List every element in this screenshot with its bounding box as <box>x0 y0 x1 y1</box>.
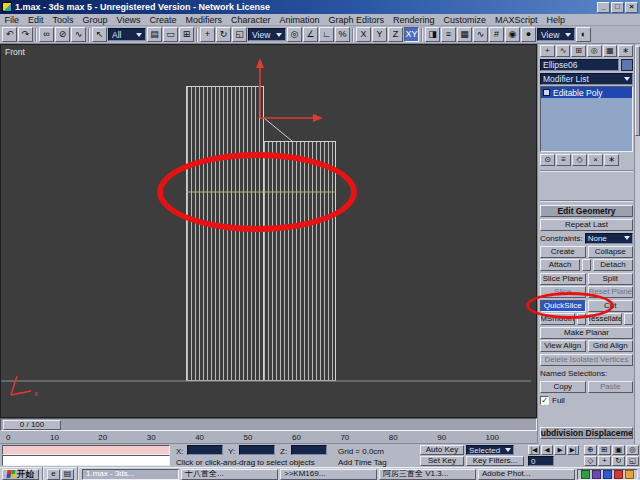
taskbar-task-button[interactable]: 阿房三首全 V1.3... <box>379 469 476 480</box>
rollout-subdivision-displacement[interactable]: Subdivision Displacemen <box>540 427 633 439</box>
field-of-view-icon[interactable]: ◇ <box>584 456 597 466</box>
select-and-link-icon[interactable]: ∞ <box>39 27 54 42</box>
viewport-front[interactable]: Front x <box>0 44 537 418</box>
split-button[interactable]: Split <box>588 273 634 285</box>
show-end-result-button[interactable]: ≡ <box>556 154 571 166</box>
snap-toggle-icon[interactable]: ∠ <box>303 27 318 42</box>
tray-blue-icon[interactable] <box>603 470 612 479</box>
select-and-scale-icon[interactable]: ◱ <box>232 27 247 42</box>
menu-item[interactable]: Modifiers <box>181 15 227 25</box>
create-tab[interactable]: + <box>540 45 555 57</box>
menu-item[interactable]: Animation <box>275 15 324 25</box>
render-view-dropdown[interactable]: View <box>537 28 575 41</box>
view-align-button[interactable]: View Align <box>540 340 586 352</box>
menu-item[interactable]: Character <box>226 15 275 25</box>
display-tab[interactable]: ▦ <box>603 45 618 57</box>
go-to-end-button[interactable]: ▶| <box>567 445 579 455</box>
quick-render-icon[interactable]: ◐ <box>576 27 591 42</box>
named-selection-sets-icon[interactable]: ▦ <box>457 27 472 42</box>
detach-button[interactable]: Detach <box>593 259 633 271</box>
set-key-button[interactable]: Set Key <box>420 456 464 466</box>
percent-snap-icon[interactable]: % <box>335 27 350 42</box>
angle-snap-icon[interactable]: ∟ <box>319 27 334 42</box>
make-planar-button[interactable]: Make Planar <box>540 327 633 339</box>
menu-item[interactable]: Tools <box>48 15 78 25</box>
timeline-ruler[interactable]: 0102030405060708090100 <box>0 431 537 444</box>
taskbar-task-button[interactable]: 十八首全... <box>181 469 278 480</box>
arc-rotate-icon[interactable]: ↻ <box>612 456 625 466</box>
x-coord-field[interactable] <box>187 445 223 455</box>
play-button[interactable]: ▶ <box>554 445 566 455</box>
redo-icon[interactable]: ↷ <box>18 27 33 42</box>
zoom-extents-all-icon[interactable]: ◎ <box>626 445 639 455</box>
remove-modifier-button[interactable]: × <box>588 154 603 166</box>
axis-z-button[interactable]: Z <box>388 27 403 42</box>
z-coord-field[interactable] <box>291 445 327 455</box>
menu-item[interactable]: Customize <box>439 15 491 25</box>
tray-red-icon[interactable] <box>614 470 623 479</box>
menu-item[interactable]: Edit <box>24 15 49 25</box>
attach-options-button[interactable] <box>582 259 591 271</box>
use-pivot-center-icon[interactable]: ◎ <box>287 27 302 42</box>
msmooth-button[interactable]: MSmooth <box>540 313 575 325</box>
object-color-swatch[interactable] <box>621 59 633 71</box>
show-desktop-icon[interactable]: ▤ <box>61 469 74 480</box>
object-name-field[interactable]: Ellipse06 <box>540 59 619 71</box>
slice-plane-button[interactable]: Slice Plane <box>540 273 586 285</box>
select-and-rotate-icon[interactable]: ↻ <box>216 27 231 42</box>
viewport-label[interactable]: Front <box>5 47 25 57</box>
utilities-tab[interactable]: ∗ <box>618 45 633 57</box>
selection-set-dropdown[interactable]: Selected <box>466 445 514 455</box>
copy-named-selection-button[interactable]: Copy <box>540 381 586 393</box>
add-time-tag[interactable]: Add Time Tag <box>338 458 387 467</box>
zoom-extents-icon[interactable]: ▣ <box>612 445 625 455</box>
tessellate-button[interactable]: Tessellate <box>588 313 623 325</box>
menu-item[interactable]: Create <box>145 15 181 25</box>
pan-icon[interactable]: + <box>598 456 611 466</box>
go-to-start-button[interactable]: |◀ <box>528 445 540 455</box>
time-slider[interactable]: 0 / 100 <box>3 420 61 430</box>
minimize-button[interactable]: _ <box>597 2 610 13</box>
menu-item[interactable]: Group <box>78 15 112 25</box>
taskbar-task-button[interactable]: Adobe Phot... <box>478 469 575 480</box>
grid-align-button[interactable]: Grid Align <box>588 340 634 352</box>
msmooth-options-button[interactable] <box>577 313 586 325</box>
axis-x-button[interactable]: X <box>356 27 371 42</box>
maxscript-macro-recorder-field[interactable] <box>2 445 170 455</box>
select-object-icon[interactable]: ↖ <box>92 27 107 42</box>
axis-xy-button[interactable]: XY <box>404 27 419 42</box>
curve-editor-icon[interactable]: ∿ <box>473 27 488 42</box>
modifier-stack[interactable]: Editable Poly <box>540 86 633 152</box>
tray-green-icon[interactable] <box>581 470 590 479</box>
tray-purple-icon[interactable] <box>592 470 601 479</box>
taskbar-task-button[interactable]: 1.max - 3ds... <box>82 469 179 480</box>
maximize-button[interactable]: □ <box>611 2 624 13</box>
select-and-move-icon[interactable]: + <box>200 27 215 42</box>
menu-item[interactable]: MAXScript <box>491 15 543 25</box>
stack-item-editable-poly[interactable]: Editable Poly <box>541 87 632 98</box>
zoom-all-icon[interactable]: ⊞ <box>598 445 611 455</box>
create-button[interactable]: Create <box>540 246 586 258</box>
window-crossing-icon[interactable]: ⊞ <box>179 27 194 42</box>
unlink-selection-icon[interactable]: ⊘ <box>55 27 70 42</box>
axis-y-button[interactable]: Y <box>372 27 387 42</box>
bind-to-spacewarp-icon[interactable]: ∿ <box>71 27 86 42</box>
panel-scrollbar-thumb[interactable] <box>635 46 640 136</box>
menu-item[interactable]: Views <box>112 15 145 25</box>
attach-button[interactable]: Attach <box>540 259 580 271</box>
full-interactivity-checkbox[interactable]: ✓ <box>540 396 549 405</box>
current-frame-field[interactable]: 0 <box>528 456 554 466</box>
panel-scrollbar[interactable] <box>634 44 640 444</box>
reference-coordinate-dropdown[interactable]: View <box>248 28 286 41</box>
taskbar-task-button[interactable]: >>KM169... <box>280 469 377 480</box>
rectangular-region-icon[interactable]: ▭ <box>163 27 178 42</box>
close-button[interactable]: × <box>625 2 638 13</box>
menu-item[interactable]: File <box>0 15 24 25</box>
quickslice-button[interactable]: QuickSlice <box>540 300 586 312</box>
align-icon[interactable]: ≡ <box>441 27 456 42</box>
make-unique-button[interactable]: ◇ <box>572 154 587 166</box>
menu-item[interactable]: Graph Editors <box>324 15 389 25</box>
min-max-toggle-icon[interactable]: ◱ <box>626 456 639 466</box>
previous-frame-button[interactable]: ◀ <box>541 445 553 455</box>
y-coord-field[interactable] <box>239 445 275 455</box>
